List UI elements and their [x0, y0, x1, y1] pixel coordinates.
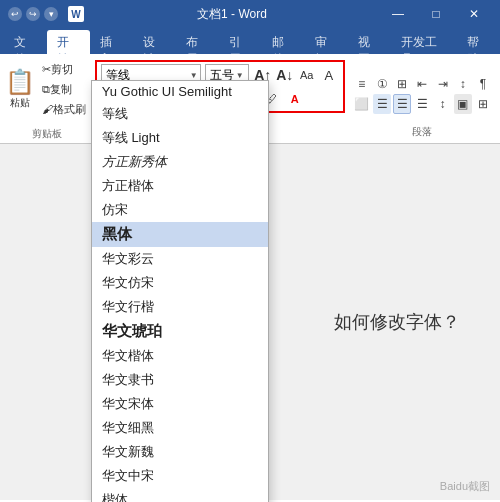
font-item-dengxian[interactable]: 等线	[92, 102, 268, 126]
tab-mail[interactable]: 邮件	[262, 30, 305, 54]
main-content-text: 如何修改字体？	[334, 310, 460, 334]
cut-button[interactable]: ✂ 剪切	[38, 60, 90, 78]
customize-btn[interactable]: ▾	[44, 7, 58, 21]
sort-button[interactable]: ↕	[454, 74, 472, 94]
clipboard-section: 📋 粘贴 ✂ 剪切 ⧉ 复制 🖌 格式刷 剪贴板	[4, 58, 91, 143]
font-item-huawenxihei[interactable]: 华文细黑	[92, 416, 268, 440]
paragraph-label: 段落	[353, 125, 492, 141]
tab-view[interactable]: 视图	[348, 30, 391, 54]
app-icon: W	[68, 6, 84, 22]
border-button[interactable]: ⊞	[474, 94, 492, 114]
font-item-fangzhengxinxiu[interactable]: 方正新秀体	[92, 150, 268, 174]
font-item-huawenzhongsong[interactable]: 华文中宋	[92, 464, 268, 488]
font-item-fangzhengkaiti[interactable]: 方正楷体	[92, 174, 268, 198]
decrease-indent-button[interactable]: ⇤	[413, 74, 431, 94]
copy-button[interactable]: ⧉ 复制	[38, 80, 90, 98]
bullets-button[interactable]: ≡	[353, 74, 371, 94]
font-item-kaiti[interactable]: 楷体	[92, 488, 268, 502]
tab-file[interactable]: 文件	[4, 30, 47, 54]
shading-button[interactable]: ▣	[454, 94, 472, 114]
para-row1: ≡ ① ⊞ ⇤ ⇥ ↕ ¶	[353, 74, 492, 94]
title-bar-controls: ↩ ↪ ▾	[8, 7, 58, 21]
redo-btn[interactable]: ↪	[26, 7, 40, 21]
align-justify-button[interactable]: ☰	[413, 94, 431, 114]
paste-icon: 📋	[5, 68, 35, 96]
font-item-huawenkaiti[interactable]: 华文楷体	[92, 344, 268, 368]
paragraph-section: ≡ ① ⊞ ⇤ ⇥ ↕ ¶ ⬜ ☰ ☰ ☰ ↕ ▣ ⊞ 段落	[349, 58, 496, 143]
close-btn[interactable]: ✕	[456, 0, 492, 28]
tab-review[interactable]: 审阅	[305, 30, 348, 54]
tab-ref[interactable]: 引用	[219, 30, 262, 54]
format-painter-icon: 🖌	[42, 103, 53, 115]
align-right-button[interactable]: ☰	[393, 94, 411, 114]
maximize-btn[interactable]: □	[418, 0, 454, 28]
decrease-font-button[interactable]: A↓	[275, 65, 295, 85]
increase-indent-button[interactable]: ⇥	[433, 74, 451, 94]
paste-button[interactable]: 📋 粘贴	[4, 60, 36, 118]
format-painter-button[interactable]: 🖌 格式刷	[38, 100, 90, 118]
tab-help[interactable]: 帮助	[457, 30, 500, 54]
font-item-huawenhupo[interactable]: 华文琥珀	[92, 319, 268, 344]
tab-design[interactable]: 设计	[133, 30, 176, 54]
tab-layout[interactable]: 布局	[176, 30, 219, 54]
tab-insert[interactable]: 插入	[90, 30, 133, 54]
font-item-yugothic[interactable]: Yu Gothic UI Semilight	[92, 81, 268, 102]
tab-dev[interactable]: 开发工具	[391, 30, 457, 54]
watermark: Baidu截图	[440, 479, 490, 494]
clear-format-button[interactable]: A	[319, 65, 339, 85]
tab-home[interactable]: 开始	[47, 30, 90, 54]
small-clipboard-buttons: ✂ 剪切 ⧉ 复制 🖌 格式刷	[38, 60, 90, 118]
ribbon: 📋 粘贴 ✂ 剪切 ⧉ 复制 🖌 格式刷 剪贴板	[0, 54, 500, 144]
cut-icon: ✂	[42, 63, 51, 76]
clipboard-label: 剪贴板	[8, 127, 87, 143]
copy-icon: ⧉	[42, 83, 50, 96]
align-left-button[interactable]: ⬜	[353, 94, 371, 114]
window-controls: — □ ✕	[380, 0, 492, 28]
undo-btn[interactable]: ↩	[8, 7, 22, 21]
show-marks-button[interactable]: ¶	[474, 74, 492, 94]
document-title: 文档1 - Word	[90, 6, 374, 23]
font-item-huawenlishu[interactable]: 华文隶书	[92, 368, 268, 392]
font-item-huawencaiyun[interactable]: 华文彩云	[92, 247, 268, 271]
font-item-huawenxingkai[interactable]: 华文行楷	[92, 295, 268, 319]
font-color-button[interactable]: A	[285, 89, 305, 109]
clipboard-content: 📋 粘贴 ✂ 剪切 ⧉ 复制 🖌 格式刷	[4, 58, 90, 127]
font-item-huawensongti[interactable]: 华文宋体	[92, 392, 268, 416]
para-row2: ⬜ ☰ ☰ ☰ ↕ ▣ ⊞	[353, 94, 492, 114]
font-item-huawenxinwei[interactable]: 华文新魏	[92, 440, 268, 464]
font-item-fangsong[interactable]: 仿宋	[92, 198, 268, 222]
title-bar: ↩ ↪ ▾ W 文档1 - Word — □ ✕	[0, 0, 500, 28]
paste-label: 粘贴	[10, 96, 30, 110]
font-item-dengxian-light[interactable]: 等线 Light	[92, 126, 268, 150]
size-arrow: ▼	[236, 71, 244, 80]
multilevel-button[interactable]: ⊞	[393, 74, 411, 94]
font-dropdown-list: Yu Gothic UI Semilight 等线 等线 Light 方正新秀体…	[91, 80, 269, 502]
font-section-wrapper: 等线 ▼ 五号 ▼ A↑ A↓ Aa A B I U S X₂	[91, 58, 349, 143]
font-item-huawenfangsong[interactable]: 华文仿宋	[92, 271, 268, 295]
ribbon-tabs: 文件 开始 插入 设计 布局 引用 邮件 审阅 视图 开发工具 帮助	[0, 28, 500, 54]
line-spacing-button[interactable]: ↕	[433, 94, 451, 114]
align-center-button[interactable]: ☰	[373, 94, 391, 114]
minimize-btn[interactable]: —	[380, 0, 416, 28]
numbering-button[interactable]: ①	[373, 74, 391, 94]
font-dropdown-arrow: ▼	[190, 71, 198, 80]
font-item-heiti[interactable]: 黑体	[92, 222, 268, 247]
change-case-button[interactable]: Aa	[297, 65, 317, 85]
